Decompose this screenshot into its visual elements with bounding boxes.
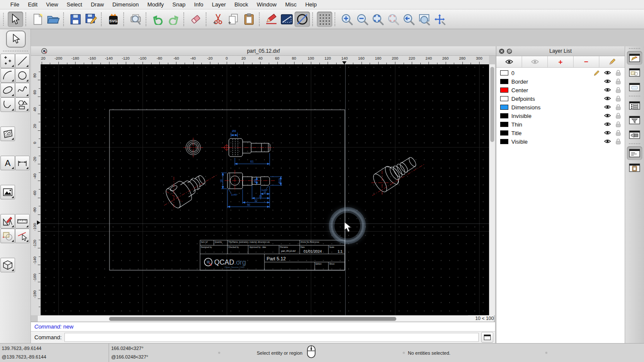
menu-modify[interactable]: Modify <box>143 1 168 8</box>
horizontal-scrollbar-thumb[interactable] <box>109 317 396 321</box>
layer-row-visible[interactable]: Visible <box>496 137 625 146</box>
selection-filter-panel-button[interactable] <box>627 113 642 127</box>
edit-layer-button[interactable] <box>599 56 625 67</box>
layer-visibility-eye-icon[interactable] <box>604 130 611 136</box>
save-button[interactable] <box>68 12 83 27</box>
menu-misc[interactable]: Misc <box>281 1 301 8</box>
close-icon[interactable] <box>498 48 504 54</box>
layer-lock-icon[interactable] <box>616 121 621 129</box>
spline-tool-button[interactable] <box>15 83 30 97</box>
menu-select[interactable]: Select <box>62 1 86 8</box>
layer-visibility-eye-icon[interactable] <box>604 78 611 85</box>
layer-row-0[interactable]: 0 <box>496 69 625 77</box>
new-file-button[interactable] <box>30 12 46 27</box>
remove-layer-button[interactable]: − <box>574 56 599 67</box>
shapes-tool-button[interactable] <box>15 97 30 112</box>
layer-color-swatch[interactable] <box>500 96 508 101</box>
layer-color-swatch[interactable] <box>500 139 508 144</box>
paste-button[interactable] <box>241 12 257 27</box>
strip-drag-handle[interactable] <box>629 48 640 49</box>
polyline-tool-button[interactable] <box>279 12 295 27</box>
open-file-button[interactable] <box>46 12 61 27</box>
cut-button[interactable] <box>210 12 226 27</box>
layer-row-defpoints[interactable]: Defpoints <box>496 94 625 103</box>
dimension-tool-button[interactable] <box>15 156 30 170</box>
zoom-auto-button[interactable] <box>370 12 386 27</box>
layer-lock-icon[interactable] <box>616 96 621 103</box>
hide-all-layers-button[interactable] <box>522 56 548 67</box>
erase-button[interactable] <box>188 12 204 27</box>
command-input[interactable] <box>64 333 479 342</box>
clipboard-panel-panel-button[interactable] <box>627 161 642 175</box>
menu-info[interactable]: Info <box>190 1 208 8</box>
copy-button[interactable] <box>226 12 241 27</box>
pan-button[interactable] <box>432 12 447 27</box>
polyline-tool-button[interactable] <box>0 97 15 112</box>
layer-color-swatch[interactable] <box>500 105 508 110</box>
vertical-scrollbar-thumb[interactable] <box>490 67 494 142</box>
property-editor-panel-button[interactable] <box>627 99 642 112</box>
menu-layer[interactable]: Layer <box>208 1 231 8</box>
command-line-panel-button[interactable] <box>627 146 642 160</box>
text-tool-button[interactable]: A <box>0 156 15 170</box>
layer-visibility-eye-icon[interactable] <box>604 70 611 76</box>
grid-toggle-button[interactable] <box>317 12 332 27</box>
layer-color-swatch[interactable] <box>500 79 508 84</box>
layer-visibility-eye-icon[interactable] <box>604 121 611 128</box>
layer-row-dimensions[interactable]: Dimensions <box>496 103 625 112</box>
zoom-previous-button[interactable] <box>401 12 416 27</box>
layer-lock-icon[interactable] <box>616 139 621 146</box>
layer-visibility-eye-icon[interactable] <box>604 139 611 145</box>
layer-row-center[interactable]: Center <box>496 86 625 94</box>
hatch-tool-button[interactable] <box>0 127 15 141</box>
arc-tool-button[interactable] <box>0 68 15 83</box>
ellipse-tool-button[interactable] <box>0 83 15 97</box>
toolbar-drag-handle[interactable] <box>3 13 6 26</box>
vertical-scrollbar[interactable] <box>489 64 495 315</box>
layer-lock-icon[interactable] <box>616 87 621 94</box>
redo-button[interactable] <box>166 12 181 27</box>
show-all-layers-button[interactable] <box>496 56 522 67</box>
layer-lock-icon[interactable] <box>616 130 621 137</box>
layer-color-swatch[interactable] <box>500 70 508 75</box>
zoom-out-button[interactable] <box>355 12 370 27</box>
zoom-in-button[interactable] <box>339 12 355 27</box>
circle-tool-button[interactable] <box>15 68 30 83</box>
command-line-toggle-button[interactable] <box>481 332 493 343</box>
library-browser-panel-button[interactable] <box>627 128 642 142</box>
layer-color-swatch[interactable] <box>500 113 508 118</box>
line-tool-button[interactable] <box>15 54 30 68</box>
points-tool-button[interactable] <box>0 54 15 68</box>
solid-tool-button[interactable] <box>0 258 15 272</box>
layer-color-swatch[interactable] <box>500 130 508 136</box>
menu-edit[interactable]: Edit <box>24 1 42 8</box>
view-list-panel-button[interactable] <box>627 80 642 94</box>
layer-visibility-eye-icon[interactable] <box>604 104 611 111</box>
add-layer-button[interactable]: + <box>548 56 574 67</box>
detach-panel-icon[interactable] <box>506 48 512 54</box>
layer-lock-icon[interactable] <box>616 113 621 120</box>
modify-tool-button[interactable] <box>0 229 15 243</box>
menu-file[interactable]: File <box>6 1 24 8</box>
layer-color-swatch[interactable] <box>500 87 508 93</box>
layer-lock-icon[interactable] <box>616 70 621 77</box>
drawing-canvas[interactable]: Ø8 61 <box>41 64 489 315</box>
layer-visibility-eye-icon[interactable] <box>604 96 611 102</box>
draw-pencil-button[interactable] <box>264 12 279 27</box>
svg-export-button[interactable]: SVG <box>106 12 121 27</box>
layer-row-thin[interactable]: Thin <box>496 120 625 129</box>
pointer-tool-button[interactable] <box>6 30 26 48</box>
zoom-selection-button[interactable] <box>386 12 401 27</box>
menu-view[interactable]: View <box>42 1 62 8</box>
layer-visibility-eye-icon[interactable] <box>604 113 611 119</box>
draw-tools-tool-button[interactable] <box>0 214 15 229</box>
undo-button[interactable] <box>150 12 166 27</box>
menu-draw[interactable]: Draw <box>86 1 108 8</box>
circle-2p-button[interactable] <box>295 12 310 27</box>
layer-row-title[interactable]: Title <box>496 129 625 137</box>
trim-tool-button[interactable] <box>15 229 30 243</box>
print-preview-button[interactable] <box>128 12 143 27</box>
layer-row-invisible[interactable]: Invisible <box>496 112 625 120</box>
image-tool-button[interactable] <box>0 185 15 199</box>
layer-lock-icon[interactable] <box>616 104 621 112</box>
